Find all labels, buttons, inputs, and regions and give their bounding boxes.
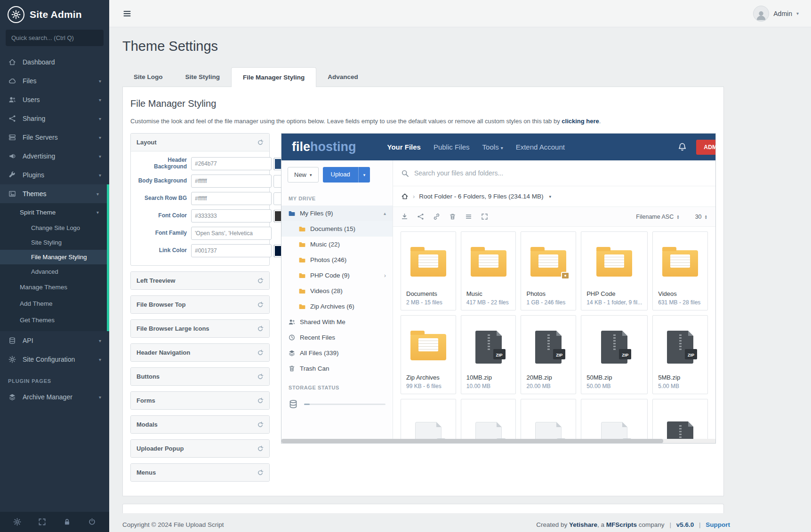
reset-icon[interactable] [257,326,264,332]
nav-extend-account[interactable]: Extend Account [516,143,565,151]
filehosting-logo[interactable]: filehosting [292,140,356,154]
reset-icon[interactable] [257,302,264,308]
reset-icon[interactable] [257,278,264,284]
style-value-input[interactable] [191,157,272,170]
style-panel-header[interactable]: Modals [131,416,269,433]
reset-icon[interactable] [257,397,264,404]
file-card[interactable]: Documents 2 MB - 15 files [401,231,456,310]
clicking-here-link[interactable]: clicking here [562,118,599,125]
reset-icon[interactable] [257,445,264,452]
file-card[interactable]: 10MB.zip 10.00 MB [461,315,516,394]
style-panel-header[interactable]: File Browser Large Icons [131,320,269,337]
sidebar-item-site-styling[interactable]: Site Styling [0,235,107,250]
reset-icon[interactable] [257,349,264,356]
tree-trash-can[interactable]: Trash Can [281,361,393,376]
sidebar-item-themes[interactable]: Themes▾ [0,184,107,203]
file-card[interactable] [521,399,576,444]
quick-search-input[interactable] [6,30,104,46]
reset-icon[interactable] [257,139,264,146]
reset-icon[interactable] [257,469,264,476]
style-value-input[interactable] [191,209,272,222]
mfscripts-link[interactable]: MFScripts [606,521,637,528]
link-icon[interactable] [433,213,440,220]
sidebar-item-add-theme[interactable]: Add Theme [0,295,107,312]
app-brand[interactable]: Site Admin [0,0,109,28]
nav-tools[interactable]: Tools▾ [482,143,503,151]
tab-advanced[interactable]: Advanced [316,67,369,87]
admin-badge[interactable]: ADMIN [696,140,716,155]
user-menu[interactable]: Admin ▾ [753,6,799,22]
file-card[interactable]: Zip Archives 99 KB - 6 files [401,315,456,394]
tree-folder-documents[interactable]: Documents (15) [281,221,393,237]
style-value-input[interactable] [191,227,272,240]
layout-panel-header[interactable]: Layout [131,134,269,151]
style-panel-header[interactable]: Uploader Popup [131,440,269,457]
sidebar-item-site-configuration[interactable]: Site Configuration▾ [0,350,109,369]
tree-folder-photos[interactable]: Photos (246) [281,252,393,268]
sidebar-item-files[interactable]: Files▾ [0,71,109,90]
sidebar-item-change-site-logo[interactable]: Change Site Logo [0,221,107,235]
tab-site-logo[interactable]: Site Logo [122,67,174,87]
sidebar-item-manage-themes[interactable]: Manage Themes [0,279,107,295]
sort-dropdown[interactable]: Filename ASC ▲▼ [636,214,679,220]
file-card[interactable]: 5MB.zip 5.00 MB [652,315,708,394]
files-search-input[interactable] [414,169,707,177]
tab-file-manager-styling[interactable]: File Manager Styling [231,67,316,87]
sidebar-item-sharing[interactable]: Sharing▾ [0,109,109,128]
tree-recent-files[interactable]: Recent Files [281,330,393,345]
upload-dropdown[interactable]: ▾ [358,167,370,183]
file-card[interactable]: 50MB.zip 50.00 MB [581,315,648,394]
scrollbar-thumb[interactable] [281,439,663,443]
file-card[interactable]: Videos 631 MB - 28 files [652,231,708,310]
per-page-dropdown[interactable]: 30 ▲▼ [695,214,707,220]
yetishare-link[interactable]: Yetishare [569,521,597,528]
support-link[interactable]: Support [706,521,730,528]
tree-my-files[interactable]: My Files (9) ▴ [281,206,393,221]
list-view-icon[interactable] [465,213,472,220]
style-panel-header[interactable]: File Browser Top [131,296,269,313]
nav-public-files[interactable]: Public Files [434,143,470,151]
sidebar-item-file-servers[interactable]: File Servers▾ [0,128,109,147]
tree-shared-with-me[interactable]: Shared With Me [281,314,393,330]
file-card[interactable] [652,399,708,444]
style-panel-header[interactable]: Menus [131,464,269,481]
reset-icon[interactable] [257,373,264,380]
tree-folder-zip-archives[interactable]: Zip Archives (6) [281,299,393,314]
sidebar-item-advertising[interactable]: Advertising▾ [0,147,109,166]
trash-icon[interactable] [449,213,456,220]
file-card[interactable]: Photos 1 GB - 246 files [521,231,576,310]
style-value-input[interactable] [191,244,272,257]
home-icon[interactable] [401,193,409,200]
file-card[interactable]: PHP Code 14 KB - 1 folder, 9 fil... [581,231,648,310]
style-panel-header[interactable]: Buttons [131,368,269,385]
download-icon[interactable] [401,213,408,220]
sidebar-item-api[interactable]: API▾ [0,331,109,350]
sidebar-item-archive-manager[interactable]: Archive Manager▾ [0,388,109,406]
share-icon[interactable] [417,213,424,220]
sidebar-item-spirit-theme[interactable]: Spirit Theme▾ [0,204,107,221]
sidebar-item-plugins[interactable]: Plugins▾ [0,166,109,184]
hamburger-menu-icon[interactable] [121,9,133,18]
settings-icon[interactable] [13,518,21,526]
power-icon[interactable] [88,518,96,526]
expand-icon[interactable] [481,213,488,220]
nav-your-files[interactable]: Your Files [387,143,421,151]
fullscreen-icon[interactable] [38,518,46,526]
upload-button[interactable]: Upload▾ [323,167,370,183]
breadcrumb-root-folder[interactable]: Root Folder - 6 Folders, 9 Files (234.14… [419,193,543,200]
sidebar-item-get-themes[interactable]: Get Themes [0,312,107,328]
tree-all-files[interactable]: All Files (339) [281,345,393,361]
tree-folder-videos[interactable]: Videos (28) [281,283,393,299]
file-card[interactable]: 20MB.zip 20.00 MB [521,315,576,394]
tree-folder-music[interactable]: Music (22) [281,237,393,252]
file-card[interactable] [401,399,456,444]
tree-folder-php-code[interactable]: PHP Code (9) › [281,268,393,283]
reset-icon[interactable] [257,421,264,428]
sidebar-item-file-manager-styling[interactable]: File Manager Styling [0,250,107,264]
horizontal-scrollbar[interactable] [281,439,715,443]
sidebar-item-advanced[interactable]: Advanced [0,264,107,279]
sidebar-item-users[interactable]: Users▾ [0,90,109,109]
style-panel-header[interactable]: Left Treeview [131,272,269,289]
file-card[interactable]: Music 417 MB - 22 files [461,231,516,310]
style-panel-header[interactable]: Header Navigation [131,344,269,361]
